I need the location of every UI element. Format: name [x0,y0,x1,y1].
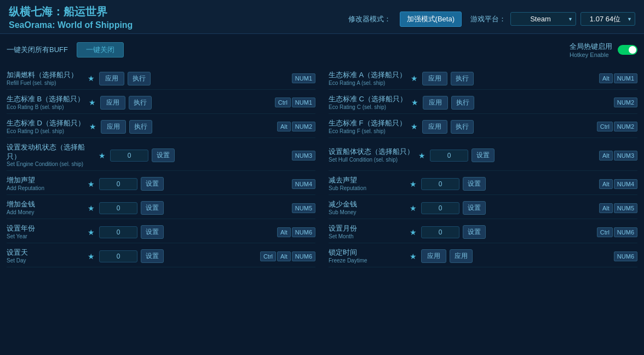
exec-button[interactable]: 设置 [141,249,164,263]
value-input[interactable] [421,226,459,238]
row-right: 设置AltNUM4 [463,177,637,191]
value-input[interactable] [99,202,137,214]
row-cn: 生态标准 F（选择船只） [329,119,406,128]
row-info: 锁定时间Freeze Daytime [329,248,405,264]
row-cn: 设置船体状态（选择船只） [329,147,414,157]
exec-button[interactable]: 执行 [451,120,474,134]
exec-button[interactable]: 设置 [141,201,164,215]
platform-select-wrapper: Steam [510,12,576,26]
apply-button[interactable]: 应用 [422,120,447,134]
value-input[interactable] [99,226,137,238]
key-tag: NUM2 [292,122,315,131]
header: 纵横七海：船运世界 SeaOrama: World of Shipping 修改… [0,0,644,34]
star-button[interactable]: ★ [87,204,96,213]
exec-button[interactable]: 执行 [128,72,151,85]
version-select[interactable]: 1.07 64位 [580,12,635,26]
apply-button[interactable]: 应用 [99,72,124,85]
title-block: 纵横七海：船运世界 SeaOrama: World of Shipping [9,4,133,33]
table-row: 增加声望Add Reputation★设置NUM4 [7,173,315,195]
star-button[interactable]: ★ [87,228,96,237]
exec-button[interactable]: 设置 [152,148,175,162]
key-tag: NUM6 [292,227,315,237]
key-tag: Alt [599,179,613,189]
star-button[interactable]: ★ [410,98,419,107]
hotkey-cn: 全局热键启用 [570,42,612,51]
key-tag: Ctrl [275,98,291,107]
top-controls: 一键关闭所有BUFF 一键关闭 全局热键启用 Hotkey Enable [7,38,637,61]
row-right: 应用NUM6 [450,249,637,263]
hotkey-section: 全局热键启用 Hotkey Enable [570,42,637,58]
row-right: 执行NUM1 [128,72,315,85]
star-button[interactable]: ★ [409,228,418,237]
row-cn: 生态标准 D（选择船只） [7,119,85,128]
key-tag: Alt [599,73,613,83]
row-info: 生态标准 B（选择船只）Eco Rating B (sel. ship) [7,95,84,111]
star-button[interactable]: ★ [88,98,97,107]
star-button[interactable]: ★ [88,122,97,131]
exec-button[interactable]: 执行 [451,72,474,85]
star-button[interactable]: ★ [87,74,96,83]
star-button[interactable]: ★ [97,151,107,160]
exec-button[interactable]: 设置 [463,225,486,239]
row-info: 加满燃料（选择船只）Refill Fuel (sel. ship) [7,71,83,87]
key-group: NUM2 [614,98,637,107]
apply-button[interactable]: 应用 [423,96,448,110]
exec-button[interactable]: 设置 [463,177,486,191]
row-right: 设置NUM5 [141,201,315,215]
row-en: Set Day [7,257,83,264]
row-en: Add Money [7,209,83,216]
key-group: CtrlAltNUM6 [260,251,315,261]
star-button[interactable]: ★ [410,122,419,131]
row-cn: 生态标准 A（选择船只） [329,71,406,80]
apply-button[interactable]: 应用 [421,249,446,263]
apply-button[interactable]: 应用 [101,120,126,134]
value-input[interactable] [430,150,468,162]
exec-button[interactable]: 应用 [450,249,473,263]
table-row: 增加金钱Add Money★设置NUM5 [7,197,315,219]
platform-select[interactable]: Steam [510,12,576,26]
value-input[interactable] [99,178,137,190]
value-input[interactable] [421,178,459,190]
value-input[interactable] [99,250,137,262]
row-right: 执行AltNUM1 [451,72,637,85]
exec-button[interactable]: 设置 [463,201,486,215]
star-button[interactable]: ★ [409,204,418,213]
star-button[interactable]: ★ [87,180,96,188]
key-tag: Alt [277,251,291,261]
star-button[interactable]: ★ [417,151,427,160]
hotkey-toggle[interactable] [618,45,637,55]
exec-button[interactable]: 设置 [472,148,495,162]
apply-button[interactable]: 应用 [422,72,447,85]
star-button[interactable]: ★ [409,252,418,261]
value-input[interactable] [110,150,148,162]
row-info: 增加金钱Add Money [7,200,83,216]
title-en: SeaOrama: World of Shipping [9,20,133,33]
row-info: 生态标准 A（选择船只）Eco Rating A (sel. ship) [329,71,406,87]
platform-section: 游戏平台： Steam 1.07 64位 [470,12,635,26]
row-cn: 减去声望 [329,176,405,185]
key-group: NUM4 [292,179,315,189]
key-group: NUM6 [614,251,637,261]
row-right: 设置CtrlNUM6 [463,225,637,239]
row-cn: 设置年份 [7,224,83,233]
key-group: AltNUM6 [277,227,315,237]
star-button[interactable]: ★ [87,252,96,261]
star-button[interactable]: ★ [410,74,419,83]
value-input[interactable] [421,202,459,214]
one-key-button[interactable]: 一键关闭 [77,42,124,58]
table-row: 生态标准 A（选择船只）Eco Rating A (sel. ship)★应用执… [329,68,637,90]
exec-button[interactable]: 执行 [451,96,474,110]
row-en: Eco Rating B (sel. ship) [7,104,84,111]
row-cn: 锁定时间 [329,248,405,257]
exec-button[interactable]: 设置 [141,225,164,239]
row-info: 设置船体状态（选择船只）Set Hull Condition (sel. shi… [329,147,414,163]
table-row: 锁定时间Freeze Daytime★应用应用NUM6 [329,245,637,267]
exec-button[interactable]: 执行 [129,96,152,110]
apply-button[interactable]: 应用 [100,96,125,110]
platform-label: 游戏平台： [470,14,506,24]
exec-button[interactable]: 执行 [129,120,152,134]
mode-button[interactable]: 加强模式(Beta) [400,12,462,27]
exec-button[interactable]: 设置 [141,177,164,191]
star-button[interactable]: ★ [409,180,418,188]
table-row: 设置船体状态（选择船只）Set Hull Condition (sel. shi… [329,140,637,171]
